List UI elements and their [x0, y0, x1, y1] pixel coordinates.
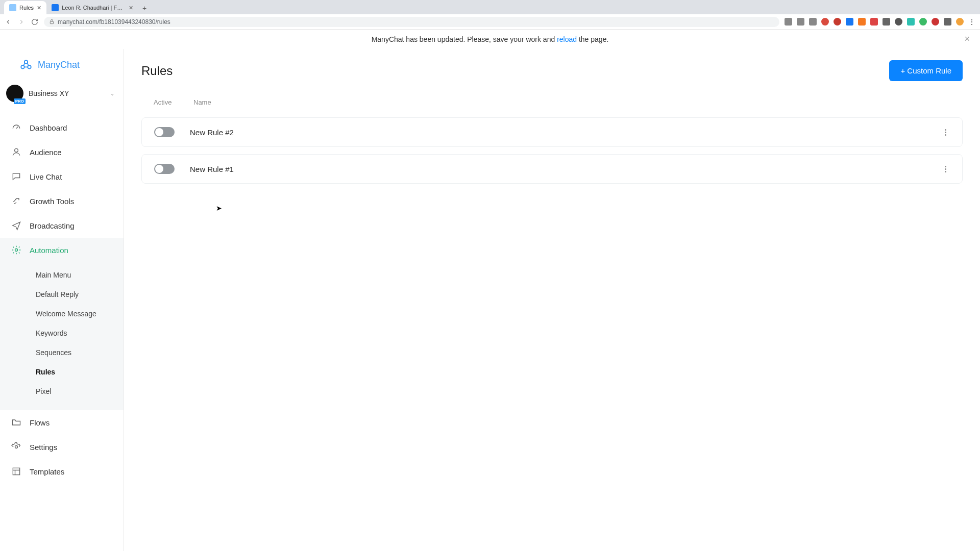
url-text: manychat.com/fb181039443240830/rules — [58, 18, 170, 26]
chevron-down-icon: ⌄ — [110, 91, 114, 96]
sidebar-item-templates[interactable]: Templates — [0, 459, 124, 484]
subnav-welcome-message[interactable]: Welcome Message — [0, 304, 124, 323]
page-title: Rules — [141, 64, 173, 78]
rule-name: New Rule #1 — [190, 165, 925, 173]
workspace-switcher[interactable]: PRO Business XY ⌄ — [0, 80, 124, 109]
sidebar-item-label: Live Chat — [30, 172, 62, 181]
workspace-name: Business XY — [29, 89, 105, 97]
close-icon[interactable]: ✕ — [129, 5, 133, 11]
sidebar-item-label: Settings — [30, 443, 57, 452]
address-bar: manychat.com/fb181039443240830/rules ⋮ — [0, 14, 980, 30]
sidebar-item-label: Dashboard — [30, 123, 67, 132]
automation-subnav: Main Menu Default Reply Welcome Message … — [0, 262, 124, 410]
tab-title: Leon R. Chaudhari | Facebook — [62, 5, 126, 11]
sidebar-item-label: Flows — [30, 418, 50, 427]
browser-tab[interactable]: Rules ✕ — [4, 1, 46, 14]
send-icon — [11, 220, 21, 231]
reload-button[interactable] — [31, 18, 39, 26]
sidebar-item-flows[interactable]: Flows — [0, 410, 124, 435]
column-active: Active — [154, 98, 176, 106]
sidebar-item-label: Growth Tools — [30, 197, 74, 206]
main-content: Rules + Custom Rule Active Name New Rule… — [124, 49, 980, 551]
banner-text: ManyChat has been updated. Please, save … — [372, 35, 609, 43]
extension-icon[interactable] — [870, 18, 878, 26]
tab-title: Rules — [19, 5, 34, 11]
svg-point-6 — [15, 446, 18, 448]
svg-rect-7 — [13, 468, 19, 474]
sidebar-item-growth-tools[interactable]: Growth Tools — [0, 189, 124, 213]
sidebar-item-label: Broadcasting — [30, 221, 75, 230]
subnav-rules[interactable]: Rules — [0, 362, 124, 382]
sidebar-item-automation[interactable]: Automation — [0, 238, 124, 262]
brand[interactable]: ManyChat — [0, 49, 124, 80]
browser-chrome: Rules ✕ Leon R. Chaudhari | Facebook ✕ +… — [0, 0, 980, 30]
update-banner: ManyChat has been updated. Please, save … — [0, 30, 980, 49]
workspace-avatar: PRO — [6, 85, 23, 102]
extension-icon[interactable] — [797, 18, 804, 26]
favicon-icon — [52, 4, 59, 11]
menu-icon[interactable]: ⋮ — [968, 18, 976, 26]
extension-icon[interactable] — [895, 18, 902, 26]
rule-row[interactable]: New Rule #1 — [141, 154, 963, 184]
lock-icon — [49, 19, 55, 24]
browser-tab[interactable]: Leon R. Chaudhari | Facebook ✕ — [46, 1, 138, 14]
subnav-default-reply[interactable]: Default Reply — [0, 285, 124, 304]
active-toggle[interactable] — [154, 164, 175, 174]
extension-icon[interactable] — [944, 18, 951, 26]
logo-icon — [19, 58, 33, 71]
pro-badge: PRO — [14, 98, 26, 104]
forward-button[interactable] — [17, 18, 26, 26]
rule-name: New Rule #2 — [190, 128, 925, 137]
banner-text-before: ManyChat has been updated. Please, save … — [372, 35, 557, 43]
active-toggle[interactable] — [154, 127, 175, 137]
subnav-sequences[interactable]: Sequences — [0, 343, 124, 362]
tab-strip: Rules ✕ Leon R. Chaudhari | Facebook ✕ + — [0, 0, 980, 14]
reload-link[interactable]: reload — [557, 35, 577, 43]
sidebar-item-settings[interactable]: Settings — [0, 435, 124, 459]
extension-icon[interactable] — [907, 18, 915, 26]
chat-icon — [11, 171, 21, 182]
growth-icon — [11, 196, 21, 206]
sidebar-item-audience[interactable]: Audience — [0, 140, 124, 164]
rule-row[interactable]: New Rule #2 — [141, 117, 963, 147]
extension-icon[interactable] — [846, 18, 853, 26]
subnav-main-menu[interactable]: Main Menu — [0, 265, 124, 285]
extension-icon[interactable] — [858, 18, 866, 26]
svg-point-2 — [21, 65, 24, 69]
new-rule-button[interactable]: + Custom Rule — [889, 60, 963, 81]
sidebar-item-broadcasting[interactable]: Broadcasting — [0, 213, 124, 238]
more-menu-icon[interactable] — [941, 128, 950, 137]
extension-icon[interactable] — [883, 18, 890, 26]
sidebar-item-live-chat[interactable]: Live Chat — [0, 164, 124, 189]
close-icon[interactable]: ✕ — [37, 5, 41, 11]
extension-icon[interactable] — [834, 18, 841, 26]
sidebar: ManyChat PRO Business XY ⌄ Dashboard Aud… — [0, 49, 124, 551]
primary-nav: Dashboard Audience Live Chat Growth Tool… — [0, 109, 124, 484]
folder-icon — [11, 417, 21, 428]
subnav-pixel[interactable]: Pixel — [0, 382, 124, 401]
extension-icon[interactable] — [785, 18, 792, 26]
favicon-icon — [9, 4, 16, 11]
column-name: Name — [193, 98, 211, 106]
extension-icons: ⋮ — [785, 18, 976, 26]
gauge-icon — [11, 122, 21, 133]
extension-icon[interactable] — [919, 18, 927, 26]
close-icon[interactable]: × — [964, 34, 970, 44]
more-menu-icon[interactable] — [941, 164, 950, 173]
svg-rect-0 — [50, 21, 53, 24]
avatar[interactable] — [956, 18, 964, 26]
extension-icon[interactable] — [821, 18, 829, 26]
svg-point-3 — [28, 65, 31, 69]
sidebar-item-dashboard[interactable]: Dashboard — [0, 115, 124, 140]
page-header: Rules + Custom Rule — [141, 49, 963, 94]
toggle-knob — [155, 128, 163, 136]
subnav-keywords[interactable]: Keywords — [0, 323, 124, 343]
back-button[interactable] — [4, 18, 12, 26]
sidebar-item-label: Automation — [30, 246, 68, 255]
user-icon — [11, 147, 21, 157]
sidebar-item-label: Templates — [30, 467, 64, 476]
extension-icon[interactable] — [809, 18, 817, 26]
extension-icon[interactable] — [932, 18, 939, 26]
url-input[interactable]: manychat.com/fb181039443240830/rules — [44, 17, 779, 27]
new-tab-button[interactable]: + — [138, 2, 151, 14]
